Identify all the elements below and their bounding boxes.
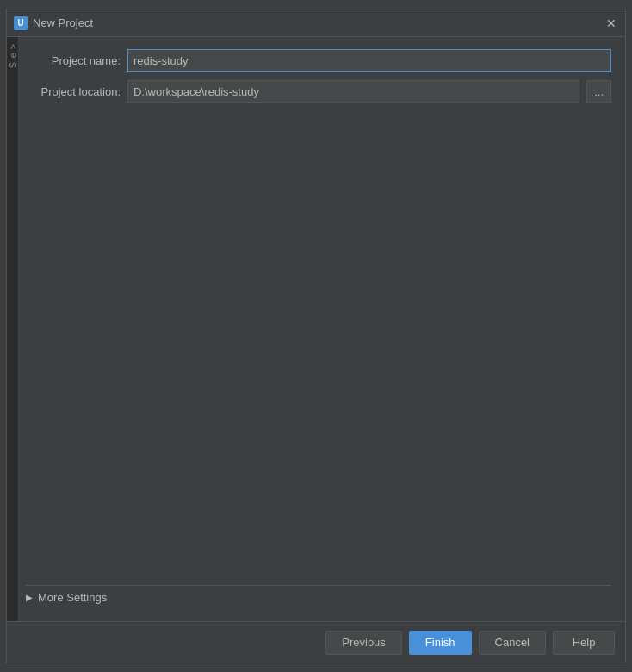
- close-button[interactable]: ✕: [604, 16, 618, 30]
- title-bar: U New Project ✕: [7, 9, 625, 37]
- sidebar-edge: > e S: [7, 37, 19, 621]
- button-bar: Previous Finish Cancel Help: [7, 621, 625, 663]
- more-settings-arrow: ▶: [26, 593, 33, 602]
- project-location-input[interactable]: [127, 80, 579, 103]
- sidebar-char-1: >: [8, 44, 18, 49]
- project-name-input[interactable]: [127, 49, 611, 72]
- new-project-dialog: > e S U New Project ✕ Project name: Proj…: [6, 9, 626, 663]
- more-settings-label: More Settings: [38, 591, 107, 604]
- project-location-label: Project location:: [26, 85, 121, 98]
- sidebar-char-3: S: [8, 62, 18, 68]
- content-spacer: [26, 111, 611, 576]
- app-icon: U: [14, 16, 28, 30]
- dialog-content: Project name: Project location: ... ▶ Mo…: [7, 37, 625, 621]
- cancel-button[interactable]: Cancel: [479, 631, 546, 655]
- browse-button[interactable]: ...: [586, 80, 611, 103]
- project-name-row: Project name:: [26, 49, 611, 72]
- sidebar-char-2: e: [8, 53, 18, 58]
- project-name-label: Project name:: [26, 54, 121, 67]
- dialog-title: New Project: [33, 16, 604, 29]
- more-settings-row[interactable]: ▶ More Settings: [26, 585, 611, 609]
- help-button[interactable]: Help: [553, 631, 615, 655]
- finish-button[interactable]: Finish: [409, 631, 472, 655]
- project-location-row: Project location: ...: [26, 80, 611, 103]
- previous-button[interactable]: Previous: [325, 631, 402, 655]
